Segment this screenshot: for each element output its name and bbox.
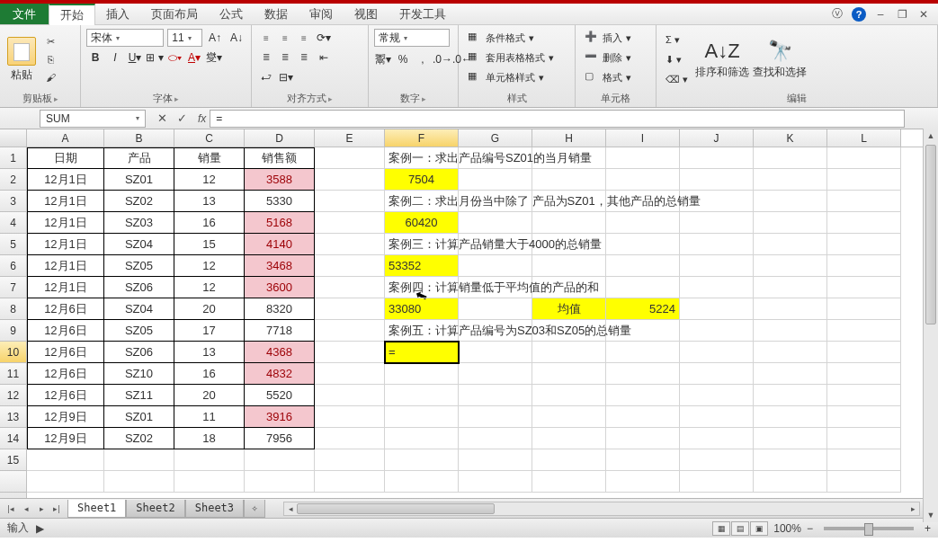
cell[interactable]: 33080 xyxy=(385,298,459,320)
horizontal-scrollbar[interactable]: ◂ ▸ xyxy=(283,502,920,516)
cell[interactable] xyxy=(315,471,385,493)
select-all-corner[interactable] xyxy=(0,129,26,147)
cell[interactable] xyxy=(606,385,680,406)
row-header[interactable]: 1 xyxy=(0,147,26,169)
cell[interactable]: 3916 xyxy=(245,406,315,428)
column-header[interactable]: K xyxy=(754,129,827,147)
cell[interactable] xyxy=(104,471,174,493)
accept-formula-button[interactable]: ✓ xyxy=(173,110,191,128)
cell[interactable]: 3468 xyxy=(245,255,315,277)
row-header[interactable]: 15 xyxy=(0,449,26,471)
menu-tab-home[interactable]: 开始 xyxy=(49,4,95,25)
cell[interactable]: 产品 xyxy=(104,147,174,169)
cell[interactable]: 7956 xyxy=(245,428,315,449)
cell[interactable]: 12 xyxy=(174,169,245,191)
normal-view-button[interactable]: ▦ xyxy=(712,521,730,536)
minimize-ribbon-icon[interactable]: ⓥ xyxy=(830,7,844,22)
cell[interactable] xyxy=(680,212,754,234)
cell[interactable] xyxy=(532,385,606,406)
fill-color-button[interactable]: ⬭▾ xyxy=(165,49,183,67)
format-painter-button[interactable]: 🖌 xyxy=(41,69,59,85)
column-header[interactable]: C xyxy=(174,129,245,147)
cell[interactable]: 13 xyxy=(174,191,245,212)
cell[interactable] xyxy=(680,169,754,191)
menu-tab-layout[interactable]: 页面布局 xyxy=(140,4,209,24)
cell[interactable] xyxy=(754,471,827,493)
cell[interactable] xyxy=(606,212,680,234)
tab-nav-last[interactable]: ▸| xyxy=(49,502,64,516)
cell[interactable]: 4140 xyxy=(245,234,315,255)
cell[interactable] xyxy=(754,212,827,234)
cell[interactable] xyxy=(315,277,385,298)
cell[interactable] xyxy=(315,363,385,385)
macro-record-icon[interactable]: ▶ xyxy=(36,522,44,535)
cell[interactable] xyxy=(315,147,385,169)
formula-input[interactable]: = xyxy=(210,110,905,128)
column-header[interactable]: H xyxy=(532,129,606,147)
conditional-format-button[interactable]: ▦条件格式 ▾ xyxy=(464,29,569,47)
cell[interactable]: 5168 xyxy=(245,212,315,234)
page-break-view-button[interactable]: ▣ xyxy=(750,521,768,536)
vertical-scrollbar[interactable]: ▲ ▼ xyxy=(923,129,938,522)
cell[interactable] xyxy=(754,320,827,342)
cell[interactable]: 16 xyxy=(174,212,245,234)
percent-button[interactable]: % xyxy=(394,50,412,68)
row-header[interactable]: 6 xyxy=(0,255,26,277)
cell[interactable] xyxy=(532,449,606,471)
cell[interactable] xyxy=(680,342,754,363)
cell[interactable] xyxy=(827,342,901,363)
cell[interactable] xyxy=(385,363,459,385)
cell[interactable] xyxy=(385,471,459,493)
cell[interactable]: SZ01 xyxy=(104,169,174,191)
cell[interactable]: 案例五：计算产品编号为SZ03和SZ05的总销量 xyxy=(385,320,459,342)
tab-nav-first[interactable]: |◂ xyxy=(4,502,18,516)
cell[interactable]: 12月6日 xyxy=(27,342,104,363)
cell[interactable]: SZ02 xyxy=(104,428,174,449)
cell[interactable] xyxy=(315,255,385,277)
align-center-button[interactable]: ≣ xyxy=(276,48,294,66)
row-header[interactable]: 11 xyxy=(0,363,26,385)
font-name-combo[interactable]: 宋体▾ xyxy=(86,29,164,47)
cell[interactable]: 3600 xyxy=(245,277,315,298)
cell[interactable] xyxy=(827,234,901,255)
row-header[interactable]: 4 xyxy=(0,212,26,234)
column-header[interactable]: B xyxy=(104,129,174,147)
delete-cells-button[interactable]: ➖删除 ▾ xyxy=(581,49,650,67)
cell[interactable] xyxy=(532,212,606,234)
cell[interactable]: SZ01 xyxy=(104,406,174,428)
cell[interactable] xyxy=(754,363,827,385)
cell[interactable] xyxy=(606,342,680,363)
sheet-tab-1[interactable]: Sheet1 xyxy=(67,500,126,518)
orientation-button[interactable]: ⟳▾ xyxy=(315,29,333,47)
cell[interactable] xyxy=(754,342,827,363)
cell[interactable]: 12月6日 xyxy=(27,298,104,320)
format-cells-button[interactable]: ▢格式 ▾ xyxy=(581,68,650,86)
align-middle-button[interactable]: ≡ xyxy=(276,29,294,47)
cell[interactable] xyxy=(459,169,532,191)
row-header[interactable]: 2 xyxy=(0,169,26,191)
cell[interactable]: SZ11 xyxy=(104,385,174,406)
cell[interactable]: 均值 xyxy=(532,298,606,320)
tab-nav-next[interactable]: ▸ xyxy=(34,502,49,516)
cell[interactable]: 20 xyxy=(174,298,245,320)
cell[interactable] xyxy=(315,212,385,234)
cell[interactable]: SZ05 xyxy=(104,320,174,342)
cancel-formula-button[interactable]: ✕ xyxy=(153,110,171,128)
cell[interactable]: 53352 xyxy=(385,255,459,277)
phonetic-button[interactable]: 燮▾ xyxy=(205,49,223,67)
cell[interactable] xyxy=(827,471,901,493)
cell[interactable]: 60420 xyxy=(385,212,459,234)
column-header[interactable]: F xyxy=(385,129,459,147)
zoom-in-button[interactable]: + xyxy=(925,522,931,535)
cell[interactable]: 案例一：求出产品编号SZ01的当月销量 xyxy=(385,147,459,169)
cell[interactable] xyxy=(315,449,385,471)
menu-tab-view[interactable]: 视图 xyxy=(344,4,389,24)
cell[interactable]: SZ05 xyxy=(104,255,174,277)
row-header[interactable]: 5 xyxy=(0,234,26,255)
align-left-button[interactable]: ≣ xyxy=(257,48,275,66)
cell[interactable] xyxy=(532,363,606,385)
cell[interactable]: 17 xyxy=(174,320,245,342)
cell[interactable] xyxy=(606,147,680,169)
window-close-icon[interactable]: ✕ xyxy=(916,7,931,22)
menu-tab-dev[interactable]: 开发工具 xyxy=(389,4,457,24)
